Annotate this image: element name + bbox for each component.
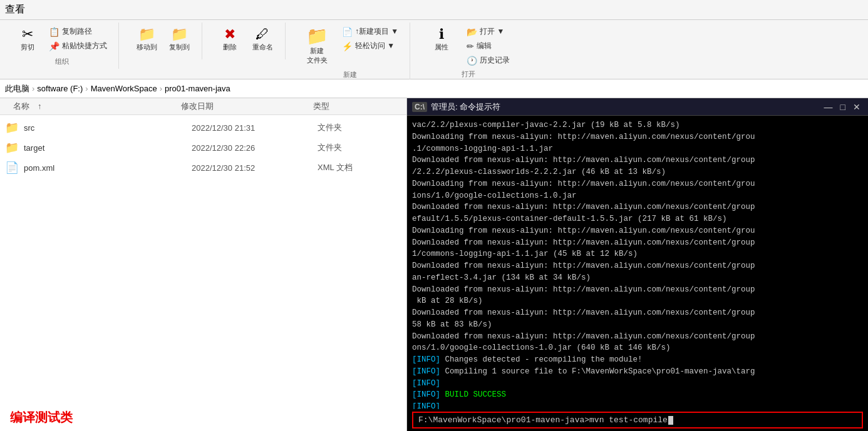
breadcrumb-computer[interactable]: 此电脑	[5, 83, 29, 94]
folder-icon-target: 📁	[5, 141, 19, 155]
file-explorer: 名称 ↑ 修改日期 类型 📁 src 2022/12/30 21:31 文件夹 …	[0, 98, 407, 431]
edit-button[interactable]: ✏ 编辑	[463, 39, 514, 53]
cmd-line-19: Downloaded from nexus-aliyun: http://mav…	[412, 331, 863, 343]
folder-icon-src: 📁	[5, 121, 19, 134]
toolbar-title: 查看	[5, 3, 25, 16]
copy-to-icon: 📁	[171, 28, 188, 41]
rename-label: 重命名	[252, 43, 273, 52]
cmd-line-7: ions/1.0/google-collections-1.0.jar	[412, 190, 863, 202]
open-label: 打开	[462, 69, 475, 79]
cmd-line-9: efault/1.5.5/plexus-container-default-1.…	[412, 213, 863, 225]
move-to-button[interactable]: 📁 移动到	[132, 25, 162, 54]
copy-to-label: 复制到	[169, 43, 190, 52]
cmd-line-2: Downloading from nexus-aliyun: http://ma…	[412, 131, 863, 143]
file-date-src: 2022/12/30 21:31	[192, 123, 318, 133]
cmd-line-14: an-reflect-3.4.jar (134 kB at 34 kB/s)	[412, 272, 863, 284]
open-buttons: ℹ 属性 📂 打开 ▼ ✏ 编辑 🕐 历史记录	[423, 25, 514, 67]
file-type-pomxml: XML 文档	[318, 162, 401, 173]
easy-access-icon: ⚡	[342, 41, 353, 51]
cmd-line-20: ons/1.0/google-collections-1.0.jar (640 …	[412, 342, 863, 354]
cmd-titlebar: C:\ 管理员: 命令提示符 — □ ✕	[407, 98, 868, 116]
new-item-button[interactable]: 📄 ↑新建项目 ▼	[338, 25, 402, 38]
delete-icon: ✖	[224, 28, 235, 41]
cmd-input-line[interactable]: F:\MavenWorkSpace\pro01-maven-java>mvn t…	[412, 412, 863, 428]
easy-access-button[interactable]: ⚡ 轻松访问 ▼	[338, 39, 402, 53]
paste-shortcut-icon: 📌	[49, 41, 59, 51]
delete-label: 删除	[223, 43, 237, 52]
header-date: 修改日期	[181, 101, 313, 112]
file-item-target[interactable]: 📁 target 2022/12/30 22:26 文件夹	[0, 138, 406, 158]
ribbon: ✂ 剪切 📋 复制路径 📌 粘贴快捷方式 组织 📁 移动到	[0, 20, 868, 79]
cmd-maximize-button[interactable]: □	[838, 102, 848, 112]
cmd-prompt: F:\MavenWorkSpace\pro01-maven-java>mvn t…	[418, 415, 668, 425]
cmd-title-buttons: — □ ✕	[822, 102, 863, 112]
history-button[interactable]: 🕐 历史记录	[463, 54, 514, 67]
organize-group: ✂ 剪切 📋 复制路径 📌 粘贴快捷方式 组织	[5, 23, 119, 69]
breadcrumb: 此电脑 › software (F:) › MavenWorkSpace › p…	[0, 79, 868, 98]
cmd-line-17: Downloaded from nexus-aliyun: http://mav…	[412, 307, 863, 319]
cmd-line-24: [INFO] BUILD SUCCESS	[412, 389, 863, 401]
cmd-line-3: .1/commons-logging-api-1.1.jar	[412, 143, 863, 155]
file-item-src[interactable]: 📁 src 2022/12/30 21:31 文件夹	[0, 118, 406, 138]
breadcrumb-software[interactable]: software (F:)	[37, 84, 83, 93]
file-list-header: 名称 ↑ 修改日期 类型	[0, 98, 406, 115]
file-date-pomxml: 2022/12/30 21:52	[192, 163, 318, 173]
easy-access-label: 轻松访问 ▼	[355, 41, 395, 51]
xml-icon-pomxml: 📄	[5, 161, 19, 175]
new-buttons: 📁 新建文件夹 📄 ↑新建项目 ▼ ⚡ 轻松访问 ▼	[298, 25, 402, 68]
edit-icon: ✏	[467, 41, 474, 51]
file-type-target: 文件夹	[318, 142, 401, 153]
cut-label: 剪切	[21, 43, 34, 52]
cut-icon: ✂	[22, 28, 33, 41]
new-folder-button[interactable]: 📁 新建文件夹	[298, 25, 336, 68]
file-name-target: target	[24, 143, 192, 153]
move-to-label: 移动到	[137, 43, 157, 52]
open-label: 打开 ▼	[480, 26, 504, 37]
delete-rename-buttons: ✖ 删除 🖊 重命名	[215, 25, 277, 54]
new-small-col: 📄 ↑新建项目 ▼ ⚡ 轻松访问 ▼	[338, 25, 402, 53]
rename-button[interactable]: 🖊 重命名	[247, 25, 277, 54]
bottom-label: 编译测试类	[0, 404, 406, 431]
file-type-src: 文件夹	[318, 122, 401, 133]
move-copy-buttons: 📁 移动到 📁 复制到	[132, 25, 194, 54]
paste-shortcut-button[interactable]: 📌 粘贴快捷方式	[45, 39, 111, 53]
file-date-target: 2022/12/30 22:26	[192, 143, 318, 153]
delete-rename-group: ✖ 删除 🖊 重命名	[207, 23, 286, 59]
cmd-line-6: Downloading from nexus-aliyun: http://ma…	[412, 178, 863, 190]
breadcrumb-maven[interactable]: MavenWorkSpace	[91, 84, 157, 93]
open-group: ℹ 属性 📂 打开 ▼ ✏ 编辑 🕐 历史记录 打开	[415, 23, 521, 81]
cmd-line-4: Downloaded from nexus-aliyun: http://mav…	[412, 155, 863, 166]
cmd-output: vac/2.2/plexus-compiler-javac-2.2.jar (1…	[407, 116, 868, 409]
cmd-line-1: vac/2.2/plexus-compiler-javac-2.2.jar (1…	[412, 119, 863, 131]
properties-button[interactable]: ℹ 属性	[423, 25, 460, 54]
copy-to-button[interactable]: 📁 复制到	[164, 25, 194, 54]
breadcrumb-sep1: ›	[32, 84, 34, 93]
cut-button[interactable]: ✂ 剪切	[13, 25, 43, 54]
new-group: 📁 新建文件夹 📄 ↑新建项目 ▼ ⚡ 轻松访问 ▼ 新建	[291, 23, 410, 82]
cmd-minimize-button[interactable]: —	[822, 102, 835, 112]
copy-path-button[interactable]: 📋 复制路径	[45, 25, 111, 38]
file-item-pomxml[interactable]: 📄 pom.xml 2022/12/30 21:52 XML 文档	[0, 158, 406, 178]
file-name-src: src	[24, 123, 192, 133]
toolbar: 查看	[0, 0, 868, 20]
breadcrumb-sep2: ›	[85, 84, 88, 93]
organize-buttons: ✂ 剪切 📋 复制路径 📌 粘贴快捷方式	[13, 25, 111, 54]
cmd-close-button[interactable]: ✕	[850, 102, 863, 112]
delete-button[interactable]: ✖ 删除	[215, 25, 245, 54]
move-copy-group: 📁 移动到 📁 复制到	[124, 23, 202, 59]
breadcrumb-project[interactable]: pro01-maven-java	[165, 84, 230, 93]
header-name: 名称 ↑	[5, 101, 181, 112]
file-name-pomxml: pom.xml	[24, 163, 192, 173]
open-button[interactable]: 📂 打开 ▼	[463, 25, 514, 38]
cmd-line-5: /2.2.2/plexus-classworlds-2.2.2.jar (46 …	[412, 166, 863, 178]
cmd-pane: C:\ 管理员: 命令提示符 — □ ✕ vac/2.2/plexus-comp…	[407, 98, 868, 431]
cmd-cursor	[668, 416, 673, 425]
new-label: 新建	[343, 70, 357, 79]
new-folder-icon: 📁	[306, 28, 328, 45]
cmd-line-8: Downloaded from nexus-aliyun: http://mav…	[412, 201, 863, 213]
cmd-line-13: Downloaded from nexus-aliyun: http://mav…	[412, 260, 863, 272]
cmd-line-12: 1/commons-logging-api-1.1.jar (45 kB at …	[412, 248, 863, 260]
cmd-line-23: [INFO]	[412, 378, 863, 390]
rename-icon: 🖊	[256, 28, 269, 41]
cmd-line-25: [INFO]	[412, 401, 863, 409]
